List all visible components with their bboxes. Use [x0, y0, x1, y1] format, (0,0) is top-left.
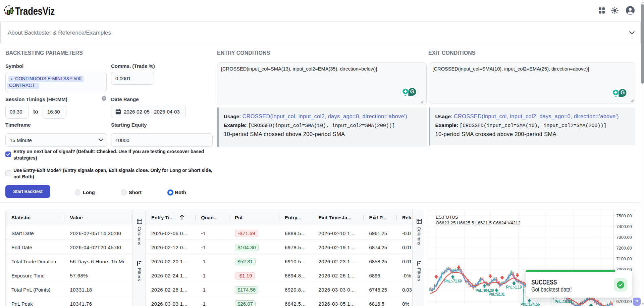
svg-text:PnL:174.56: PnL:174.56: [520, 302, 540, 306]
svg-text:7400.00: 7400.00: [616, 224, 632, 229]
svg-text:G: G: [410, 88, 415, 94]
svg-text:ES.FUTUS: ES.FUTUS: [436, 214, 458, 219]
svg-text:6700.00: 6700.00: [616, 299, 632, 304]
svg-text:?: ?: [103, 96, 105, 100]
svg-text:PnL:16.36: PnL:16.36: [554, 299, 572, 304]
svg-text:PnL:52.31: PnL:52.31: [488, 292, 504, 297]
svg-text:PnL:-71.69: PnL:-71.69: [444, 279, 462, 283]
svg-text:7100.00: 7100.00: [616, 256, 632, 261]
svg-text:7200.00: 7200.00: [616, 245, 632, 250]
svg-text:7300.00: 7300.00: [616, 234, 632, 239]
svg-text:PnL:-1.19: PnL:-1.19: [506, 285, 522, 289]
svg-text:G: G: [620, 89, 625, 95]
svg-text:O6623.25 H6625.5 L6621.5 C6624: O6623.25 H6625.5 L6621.5 C6624 V4212: [436, 220, 521, 225]
svg-text:7500.00: 7500.00: [616, 213, 632, 218]
